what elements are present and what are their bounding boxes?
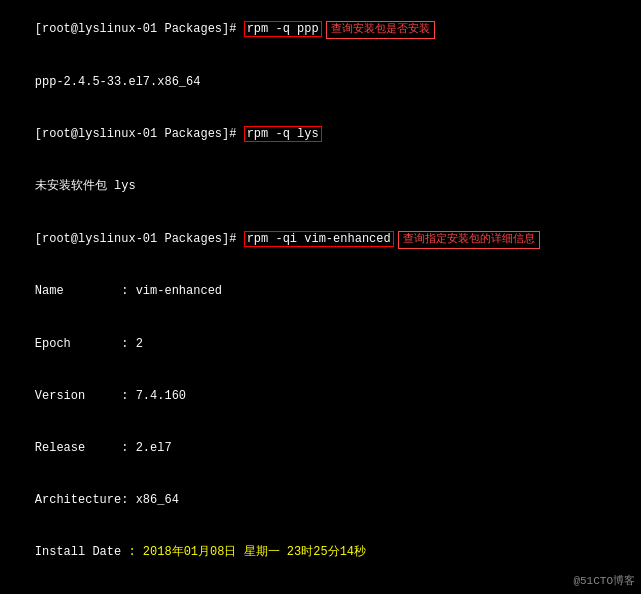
field-release: Release : 2.el7: [35, 441, 172, 455]
line-release: Release : 2.el7: [6, 422, 635, 474]
line-arch: Architecture: x86_64: [6, 475, 635, 527]
prompt-5: [root@lyslinux-01 Packages]#: [35, 232, 244, 246]
line-3: [root@lyslinux-01 Packages]# rpm -q lys: [6, 109, 635, 161]
watermark: @51CTO博客: [573, 573, 635, 588]
line-name: Name : vim-enhanced: [6, 266, 635, 318]
line-2: ppp-2.4.5-33.el7.x86_64: [6, 57, 635, 109]
line-version: Version : 7.4.160: [6, 370, 635, 422]
line-epoch: Epoch : 2: [6, 318, 635, 370]
cmd-1: rpm -q ppp: [244, 21, 322, 37]
field-name: Name : vim-enhanced: [35, 284, 222, 298]
field-epoch: Epoch : 2: [35, 337, 143, 351]
field-installdate-label: Install Date: [35, 545, 121, 559]
prompt-1: [root@lyslinux-01 Packages]#: [35, 22, 244, 36]
line-1: [root@lyslinux-01 Packages]# rpm -q ppp查…: [6, 4, 635, 57]
line-4: 未安装软件包 lys: [6, 161, 635, 213]
field-installdate-value: : 2018年01月08日 星期一 23时25分14秒: [121, 545, 366, 559]
line-5: [root@lyslinux-01 Packages]# rpm -qi vim…: [6, 213, 635, 266]
output-2: ppp-2.4.5-33.el7.x86_64: [35, 75, 201, 89]
cmd-3: rpm -q lys: [244, 126, 322, 142]
annotation-1: 查询安装包是否安装: [326, 21, 435, 39]
prompt-3: [root@lyslinux-01 Packages]#: [35, 127, 244, 141]
line-installdate: Install Date : 2018年01月08日 星期一 23时25分14秒: [6, 527, 635, 579]
output-4: 未安装软件包 lys: [35, 179, 136, 193]
field-version: Version : 7.4.160: [35, 389, 186, 403]
cmd-5: rpm -qi vim-enhanced: [244, 231, 394, 247]
annotation-5: 查询指定安装包的详细信息: [398, 231, 540, 249]
field-arch: Architecture: x86_64: [35, 493, 179, 507]
terminal: [root@lyslinux-01 Packages]# rpm -q ppp查…: [0, 0, 641, 594]
line-group: Group : Applications/Editors: [6, 579, 635, 594]
